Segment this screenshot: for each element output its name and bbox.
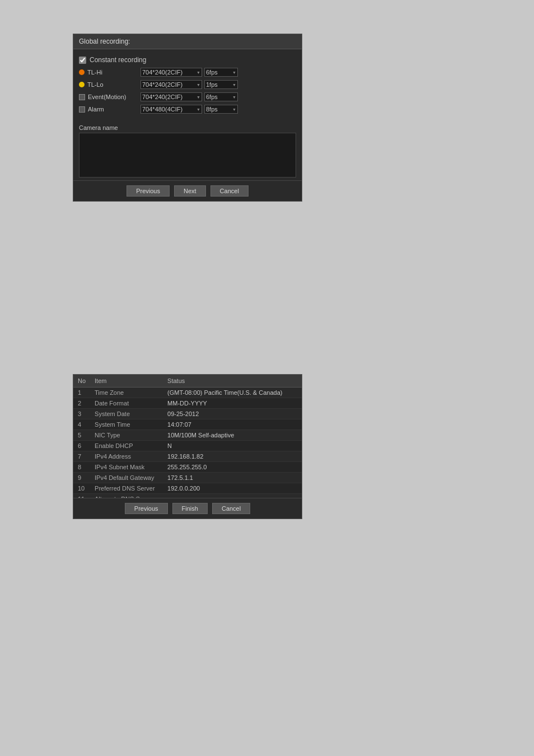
- constant-recording-row: Constant recording: [79, 54, 296, 66]
- global-recording-panel: Global recording: Constant recording TL-…: [73, 34, 302, 202]
- alarm-label: Alarm: [79, 106, 140, 113]
- table-row: 2 Date Format MM-DD-YYYY: [73, 398, 302, 409]
- cell-item: Alternate DNS Server: [90, 494, 163, 498]
- panel2-previous-button[interactable]: Previous: [125, 503, 168, 514]
- cell-status: (GMT-08:00) Pacific Time(U.S. & Canada): [163, 388, 302, 398]
- table-row: 9 IPv4 Default Gateway 172.5.1.1: [73, 473, 302, 483]
- summary-table: No Item Status 1 Time Zone (GMT-08:00) P…: [73, 375, 302, 498]
- recording-row-event-motion: Event(Motion) 704*240(2CIF) 6fps: [79, 91, 296, 103]
- cell-item: IPv4 Default Gateway: [90, 473, 163, 483]
- camera-name-section: Camera name: [73, 120, 302, 180]
- cell-item: System Date: [90, 409, 163, 419]
- cell-status: 14:07:07: [163, 419, 302, 430]
- panel1-cancel-button[interactable]: Cancel: [210, 185, 249, 197]
- summary-table-scroll[interactable]: No Item Status 1 Time Zone (GMT-08:00) P…: [73, 375, 302, 498]
- table-row: 5 NIC Type 10M/100M Self-adaptive: [73, 430, 302, 441]
- cell-item: IPv4 Subnet Mask: [90, 462, 163, 473]
- event-motion-resolution-select[interactable]: 704*240(2CIF): [140, 92, 202, 101]
- panel1-header: Global recording:: [73, 34, 302, 49]
- table-row: 4 System Time 14:07:07: [73, 419, 302, 430]
- event-motion-text: Event(Motion): [88, 94, 126, 100]
- cell-status: 255.255.255.0: [163, 462, 302, 473]
- panel1-header-text: Global recording:: [79, 38, 130, 45]
- tl-hi-resolution-select[interactable]: 704*240(2CIF): [140, 68, 202, 77]
- alarm-text: Alarm: [88, 106, 104, 113]
- tl-lo-label: TL-Lo: [79, 81, 140, 88]
- panel1-footer: Previous Next Cancel: [73, 180, 302, 201]
- cell-no: 3: [73, 409, 90, 419]
- event-motion-fps-wrapper: 6fps: [204, 92, 238, 101]
- cell-item: NIC Type: [90, 430, 163, 441]
- table-row: 7 IPv4 Address 192.168.1.82: [73, 451, 302, 462]
- tl-lo-fps-select[interactable]: 1fps: [204, 80, 238, 89]
- event-motion-fps-select[interactable]: 6fps: [204, 92, 238, 101]
- camera-name-area: [79, 133, 296, 178]
- cell-no: 5: [73, 430, 90, 441]
- cell-no: 4: [73, 419, 90, 430]
- tl-lo-indicator: [79, 82, 85, 87]
- table-row: 8 IPv4 Subnet Mask 255.255.255.0: [73, 462, 302, 473]
- panel2-cancel-button[interactable]: Cancel: [212, 503, 250, 514]
- table-row: 3 System Date 09-25-2012: [73, 409, 302, 419]
- constant-recording-checkbox[interactable]: [79, 57, 86, 64]
- event-motion-resolution-wrapper: 704*240(2CIF): [140, 92, 202, 101]
- recording-row-tl-lo: TL-Lo 704*240(2CIF) 1fps: [79, 78, 296, 91]
- panel1-previous-button[interactable]: Previous: [127, 185, 170, 197]
- constant-recording-label: Constant recording: [90, 56, 146, 64]
- cell-item: Preferred DNS Server: [90, 483, 163, 494]
- cell-no: 1: [73, 388, 90, 398]
- tl-lo-text: TL-Lo: [87, 81, 104, 88]
- tl-lo-resolution-select[interactable]: 704*240(2CIF): [140, 80, 202, 89]
- cell-item: Enable DHCP: [90, 441, 163, 451]
- col-status-header: Status: [163, 375, 302, 388]
- event-motion-indicator: [79, 94, 85, 100]
- table-header-row: No Item Status: [73, 375, 302, 388]
- alarm-fps-wrapper: 8fps: [204, 105, 238, 114]
- panel2-footer: Previous Finish Cancel: [73, 498, 302, 519]
- camera-name-label: Camera name: [79, 123, 296, 133]
- cell-status: 192.168.1.82: [163, 451, 302, 462]
- panel1-next-button[interactable]: Next: [174, 185, 206, 197]
- event-motion-label: Event(Motion): [79, 94, 140, 100]
- cell-no: 9: [73, 473, 90, 483]
- recording-row-alarm: Alarm 704*480(4CIF) 8fps: [79, 103, 296, 115]
- table-row: 10 Preferred DNS Server 192.0.0.200: [73, 483, 302, 494]
- cell-no: 6: [73, 441, 90, 451]
- cell-status: 10M/100M Self-adaptive: [163, 430, 302, 441]
- cell-status: 09-25-2012: [163, 409, 302, 419]
- cell-item: Date Format: [90, 398, 163, 409]
- cell-status: N: [163, 441, 302, 451]
- table-row: 1 Time Zone (GMT-08:00) Pacific Time(U.S…: [73, 388, 302, 398]
- alarm-indicator: [79, 106, 85, 113]
- cell-status: MM-DD-YYYY: [163, 398, 302, 409]
- tl-hi-fps-select[interactable]: 6fps: [204, 68, 238, 77]
- cell-no: 10: [73, 483, 90, 494]
- table-row: 6 Enable DHCP N: [73, 441, 302, 451]
- cell-status: [163, 494, 302, 498]
- cell-status: 192.0.0.200: [163, 483, 302, 494]
- table-row: 11 Alternate DNS Server: [73, 494, 302, 498]
- alarm-resolution-select[interactable]: 704*480(4CIF): [140, 105, 202, 114]
- panel2-finish-button[interactable]: Finish: [172, 503, 208, 514]
- tl-lo-resolution-wrapper: 704*240(2CIF): [140, 80, 202, 89]
- cell-status: 172.5.1.1: [163, 473, 302, 483]
- col-no-header: No: [73, 375, 90, 388]
- cell-item: System Time: [90, 419, 163, 430]
- cell-item: IPv4 Address: [90, 451, 163, 462]
- cell-no: 11: [73, 494, 90, 498]
- cell-item: Time Zone: [90, 388, 163, 398]
- cell-no: 8: [73, 462, 90, 473]
- tl-hi-text: TL-Hi: [87, 69, 102, 76]
- col-item-header: Item: [90, 375, 163, 388]
- panel1-content: Constant recording TL-Hi 704*240(2CIF) 6…: [73, 49, 302, 120]
- tl-lo-fps-wrapper: 1fps: [204, 80, 238, 89]
- tl-hi-fps-wrapper: 6fps: [204, 68, 238, 77]
- tl-hi-indicator: [79, 69, 85, 75]
- tl-hi-resolution-wrapper: 704*240(2CIF): [140, 68, 202, 77]
- alarm-resolution-wrapper: 704*480(4CIF): [140, 105, 202, 114]
- tl-hi-label: TL-Hi: [79, 69, 140, 76]
- alarm-fps-select[interactable]: 8fps: [204, 105, 238, 114]
- recording-row-tl-hi: TL-Hi 704*240(2CIF) 6fps: [79, 66, 296, 78]
- summary-panel: No Item Status 1 Time Zone (GMT-08:00) P…: [73, 374, 302, 519]
- cell-no: 7: [73, 451, 90, 462]
